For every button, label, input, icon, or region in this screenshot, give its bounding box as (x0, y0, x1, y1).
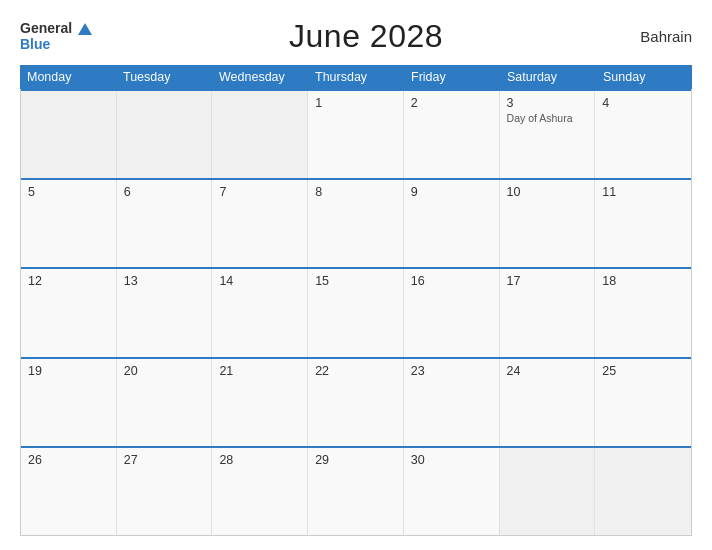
week2-thu: 8 (308, 180, 404, 267)
header-wednesday: Wednesday (212, 65, 308, 89)
week5-thu: 29 (308, 448, 404, 535)
week3-fri: 16 (404, 269, 500, 356)
week2-mon: 5 (21, 180, 117, 267)
week3-sat: 17 (500, 269, 596, 356)
week2-sun: 11 (595, 180, 691, 267)
week4-tue: 20 (117, 359, 213, 446)
week-3: 12 13 14 15 16 17 18 (21, 267, 691, 356)
week3-wed: 14 (212, 269, 308, 356)
header-thursday: Thursday (308, 65, 404, 89)
week3-mon: 12 (21, 269, 117, 356)
logo-line1: General (20, 21, 92, 36)
header-tuesday: Tuesday (116, 65, 212, 89)
week4-sun: 25 (595, 359, 691, 446)
week1-mon (21, 91, 117, 178)
week5-mon: 26 (21, 448, 117, 535)
week1-thu: 1 (308, 91, 404, 178)
week5-fri: 30 (404, 448, 500, 535)
week2-tue: 6 (117, 180, 213, 267)
week1-sat: 3Day of Ashura (500, 91, 596, 178)
week2-wed: 7 (212, 180, 308, 267)
logo: General Blue (20, 21, 92, 52)
week3-tue: 13 (117, 269, 213, 356)
week5-tue: 27 (117, 448, 213, 535)
calendar-body: 1 2 3Day of Ashura 4 5 6 7 8 9 10 11 12 … (20, 89, 692, 536)
page: General Blue June 2028 Bahrain Monday Tu… (0, 0, 712, 550)
week1-sun: 4 (595, 91, 691, 178)
week4-sat: 24 (500, 359, 596, 446)
week1-tue (117, 91, 213, 178)
logo-triangle-icon (78, 23, 92, 35)
calendar-title: June 2028 (289, 18, 443, 55)
header-saturday: Saturday (500, 65, 596, 89)
calendar-header: Monday Tuesday Wednesday Thursday Friday… (20, 65, 692, 89)
logo-blue-text: Blue (20, 36, 50, 52)
header: General Blue June 2028 Bahrain (20, 18, 692, 55)
calendar: Monday Tuesday Wednesday Thursday Friday… (20, 65, 692, 536)
week4-wed: 21 (212, 359, 308, 446)
week1-wed (212, 91, 308, 178)
country-label: Bahrain (640, 28, 692, 45)
header-friday: Friday (404, 65, 500, 89)
week2-fri: 9 (404, 180, 500, 267)
week4-fri: 23 (404, 359, 500, 446)
week5-sat (500, 448, 596, 535)
week-4: 19 20 21 22 23 24 25 (21, 357, 691, 446)
week-1: 1 2 3Day of Ashura 4 (21, 89, 691, 178)
week4-mon: 19 (21, 359, 117, 446)
week1-fri: 2 (404, 91, 500, 178)
header-monday: Monday (20, 65, 116, 89)
week-5: 26 27 28 29 30 (21, 446, 691, 535)
week5-wed: 28 (212, 448, 308, 535)
week3-sun: 18 (595, 269, 691, 356)
week2-sat: 10 (500, 180, 596, 267)
logo-general-text: General (20, 20, 72, 36)
week4-thu: 22 (308, 359, 404, 446)
week5-sun (595, 448, 691, 535)
header-sunday: Sunday (596, 65, 692, 89)
week-2: 5 6 7 8 9 10 11 (21, 178, 691, 267)
week3-thu: 15 (308, 269, 404, 356)
